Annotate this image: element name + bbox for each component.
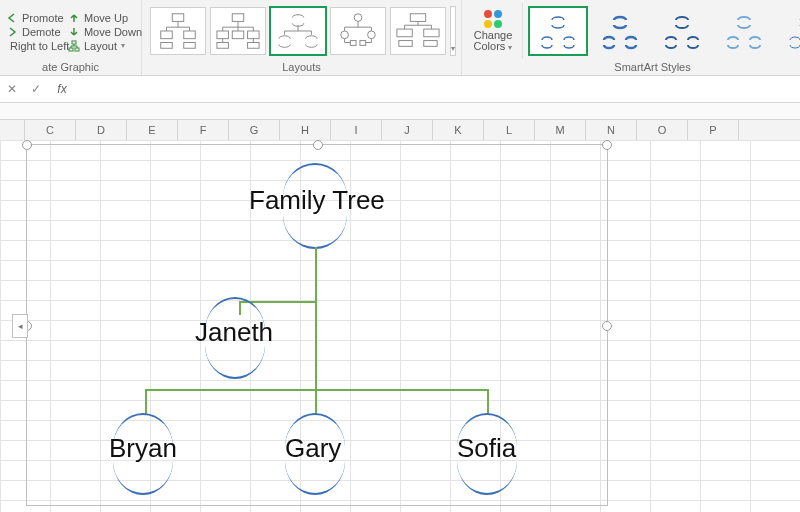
col-header[interactable]: P: [688, 120, 739, 140]
change-colors-label2: Colors: [474, 40, 506, 52]
layout-icon: [68, 40, 80, 52]
smartart-frame[interactable]: ◂ Family Tree Janeth Bryan Gary Sofia: [26, 144, 608, 506]
arrow-down-icon: [68, 26, 80, 38]
group-styles-label: SmartArt Styles: [468, 61, 800, 75]
resize-handle[interactable]: [602, 140, 612, 150]
promote-button[interactable]: Promote: [6, 12, 68, 24]
layouts-more-button[interactable]: ▾: [450, 6, 456, 56]
svg-point-15: [341, 31, 349, 39]
svg-rect-9: [217, 31, 229, 39]
svg-rect-20: [397, 29, 412, 37]
close-icon: ✕: [7, 82, 17, 96]
style-option-3[interactable]: [653, 7, 711, 55]
moveup-label: Move Up: [84, 12, 128, 24]
svg-rect-22: [399, 40, 412, 46]
group-create-graphic: Promote Demote Right to Left: [0, 0, 142, 75]
svg-rect-10: [232, 31, 244, 39]
rtl-button[interactable]: Right to Left: [6, 40, 68, 52]
cancel-formula-button[interactable]: ✕: [0, 82, 24, 96]
moveup-button[interactable]: Move Up: [68, 12, 142, 24]
group-layouts: ▾ Layouts: [142, 0, 462, 75]
node-leaf-0[interactable]: Bryan: [109, 433, 177, 464]
col-header[interactable]: G: [229, 120, 280, 140]
insert-function-button[interactable]: fx: [48, 82, 76, 96]
node-arc-bottom: [285, 461, 345, 495]
resize-handle[interactable]: [313, 140, 323, 150]
enter-formula-button[interactable]: ✓: [24, 82, 48, 96]
svg-rect-18: [360, 40, 366, 45]
connector: [145, 389, 147, 415]
node-arc-bottom: [283, 215, 347, 249]
svg-point-25: [494, 10, 502, 18]
col-header[interactable]: D: [76, 120, 127, 140]
node-root[interactable]: Family Tree: [249, 185, 385, 216]
style-option-1-selected[interactable]: [529, 7, 587, 55]
svg-rect-21: [424, 29, 439, 37]
col-header[interactable]: H: [280, 120, 331, 140]
demote-button[interactable]: Demote: [6, 26, 68, 38]
layout-option-4[interactable]: [330, 7, 386, 55]
col-header[interactable]: M: [535, 120, 586, 140]
color-palette-icon: [482, 8, 504, 30]
svg-rect-8: [232, 13, 244, 21]
col-header[interactable]: O: [637, 120, 688, 140]
col-header[interactable]: E: [127, 120, 178, 140]
resize-handle[interactable]: [22, 140, 32, 150]
change-colors-button[interactable]: Change Colors ▾: [468, 3, 518, 59]
col-header[interactable]: N: [586, 120, 637, 140]
ribbon: Promote Demote Right to Left: [0, 0, 800, 76]
col-header[interactable]: C: [25, 120, 76, 140]
layout-option-1[interactable]: [150, 7, 206, 55]
svg-rect-2: [75, 48, 79, 51]
sub-bar: [0, 103, 800, 120]
layout-option-5[interactable]: [390, 7, 446, 55]
node-leaf-1[interactable]: Gary: [285, 433, 341, 464]
node-arc-bottom: [205, 345, 265, 379]
layout-menu-button[interactable]: Layout ▾: [68, 40, 142, 52]
col-header[interactable]: L: [484, 120, 535, 140]
layout-option-2[interactable]: [210, 7, 266, 55]
promote-label: Promote: [22, 12, 64, 24]
node-leaf-2[interactable]: Sofia: [457, 433, 516, 464]
node-level2[interactable]: Janeth: [195, 317, 273, 348]
svg-rect-1: [69, 48, 73, 51]
col-header[interactable]: K: [433, 120, 484, 140]
svg-rect-5: [184, 31, 196, 39]
dropdown-icon: ▾: [121, 41, 125, 50]
layout-option-3-selected[interactable]: [270, 7, 326, 55]
svg-rect-23: [424, 40, 437, 46]
group-create-label: ate Graphic: [6, 61, 135, 75]
col-header[interactable]: J: [382, 120, 433, 140]
svg-rect-4: [161, 31, 173, 39]
connector: [315, 389, 317, 415]
movedown-button[interactable]: Move Down: [68, 26, 142, 38]
worksheet[interactable]: C D E F G H I J K L M N O P ◂ Family Tre…: [0, 120, 800, 512]
style-option-4[interactable]: [715, 7, 773, 55]
col-header[interactable]: I: [331, 120, 382, 140]
chevron-left-icon: ◂: [18, 321, 23, 331]
group-layouts-label: Layouts: [148, 61, 455, 75]
column-headers: C D E F G H I J K L M N O P: [0, 120, 800, 141]
group-smartart-styles: Change Colors ▾: [462, 0, 800, 75]
style-option-5[interactable]: [777, 7, 800, 55]
arrow-right-icon: [6, 26, 18, 38]
formula-input[interactable]: [76, 76, 800, 102]
node-arc-bottom: [457, 461, 517, 495]
style-option-2[interactable]: [591, 7, 649, 55]
col-header[interactable]: F: [178, 120, 229, 140]
demote-label: Demote: [22, 26, 61, 38]
svg-rect-7: [184, 42, 196, 48]
svg-point-24: [484, 10, 492, 18]
node-arc-bottom: [113, 461, 173, 495]
svg-rect-3: [172, 13, 184, 21]
layout-menu-label: Layout: [84, 40, 117, 52]
connector: [487, 389, 489, 415]
arrow-left-icon: [6, 12, 18, 24]
svg-rect-6: [161, 42, 173, 48]
chevron-down-icon: ▾: [451, 44, 455, 53]
svg-point-27: [494, 20, 502, 28]
connector: [315, 247, 317, 301]
resize-handle[interactable]: [602, 321, 612, 331]
svg-rect-0: [72, 41, 76, 44]
text-pane-toggle[interactable]: ◂: [12, 314, 28, 338]
